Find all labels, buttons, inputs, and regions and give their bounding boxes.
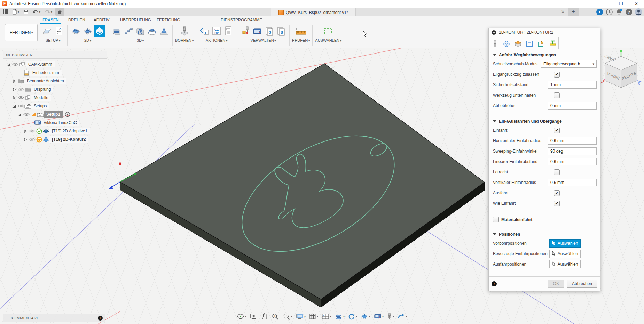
tree-item-label[interactable]: Einheiten: mm — [30, 70, 62, 76]
ribbon-tab-dienstprogramme[interactable]: DIENSTPROGRAMME — [221, 16, 262, 23]
collapse-arrow-icon[interactable] — [16, 113, 23, 116]
ok-button[interactable]: OK — [548, 280, 564, 288]
nc-program-button[interactable]: G — [53, 25, 65, 37]
display-settings-button[interactable]: ▾ — [295, 313, 307, 320]
wie-einfahrt-checkbox[interactable]: ✔ — [554, 201, 560, 206]
help-icon[interactable]: ? — [626, 9, 632, 15]
home-button[interactable] — [55, 8, 64, 16]
viewports-button[interactable]: ▾ — [321, 313, 332, 321]
notifications-icon[interactable] — [616, 9, 622, 15]
tree-row--t19-2d-adaptive1[interactable]: [T19] 2D Adaptive1 — [3, 127, 107, 135]
collapse-panel-icon[interactable]: ◀◀ — [5, 53, 10, 56]
ribbon-group-label[interactable]: PRÜFEN▾ — [292, 38, 310, 42]
post-process-button[interactable] — [199, 25, 211, 37]
expand-arrow-icon[interactable] — [10, 79, 17, 83]
section-header-anfahr-wegfahrbewegungen[interactable]: Anfahr-Wegfahrbewegungen — [489, 49, 600, 59]
tree-item-label[interactable]: CAM-Stamm — [26, 61, 55, 67]
redo-button[interactable]: ▾ — [44, 8, 53, 15]
3d-morph-button[interactable] — [146, 25, 158, 37]
section-header-ein-ausfahrten-und-übergänge[interactable]: Ein-/Ausfahrten und Übergänge — [489, 115, 600, 125]
2d-contour-button[interactable] — [94, 25, 105, 37]
eye-icon[interactable] — [12, 62, 19, 66]
ribbon-tab-drehen[interactable]: DREHEN — [68, 16, 85, 23]
expand-arrow-icon[interactable] — [22, 129, 29, 133]
ribbon-tab-überprüfung[interactable]: ÜBERPRÜFUNG — [120, 16, 151, 23]
undo-button[interactable]: ▾ — [32, 8, 41, 15]
tree-row-einheiten-mm[interactable]: Einheiten: mm — [3, 68, 107, 77]
dialog-header[interactable]: – 2D-KONTUR : 2D-KONTUR2 — [489, 28, 600, 37]
tree-row-cam-stamm[interactable]: CAM-Stamm — [3, 60, 107, 68]
file-button[interactable]: ▾ — [11, 8, 20, 15]
expand-arrow-icon[interactable] — [10, 88, 17, 91]
app-grid-button[interactable] — [1, 8, 9, 15]
zoom-button[interactable]: ± — [270, 312, 280, 321]
3d-swarf-button[interactable] — [134, 25, 146, 37]
3d-spiral-button[interactable] — [158, 25, 170, 37]
template-library-button[interactable]: S — [275, 25, 287, 37]
ribbon-tab-fräsen[interactable]: FRÄSEN — [42, 16, 59, 23]
2d-adaptive-button[interactable] — [70, 25, 82, 37]
section-header-positionen[interactable]: Positionen — [489, 228, 600, 238]
tree-item-label[interactable]: Viktoria LinuxCnC — [41, 120, 79, 126]
tree-row-setups[interactable]: Setups — [3, 102, 107, 110]
eye-off-icon[interactable] — [29, 129, 36, 133]
3d-adaptive-button[interactable] — [111, 25, 123, 37]
setup-button[interactable] — [41, 25, 53, 37]
refresh-button[interactable]: ▾ — [347, 313, 358, 321]
ribbon-group-label[interactable]: 2D▾ — [84, 38, 91, 42]
tree-row-viktoria-linuxcnc[interactable]: Viktoria LinuxCnC — [3, 119, 107, 127]
schnellvorschub-modus-dropdown[interactable]: Eilgangbewegung b...▾ — [541, 60, 597, 68]
tab-close-icon[interactable]: ✕ — [560, 9, 566, 15]
cancel-button[interactable]: Abbrechen — [567, 280, 597, 288]
post-library-button[interactable]: G — [263, 25, 275, 37]
rapid-display-button[interactable]: ▾ — [396, 313, 408, 320]
select-box-button[interactable] — [322, 25, 334, 37]
target-icon[interactable] — [64, 112, 71, 117]
tree-item-label[interactable]: [T19] 2D-Kontur2 — [49, 136, 88, 143]
drill-button[interactable] — [179, 25, 190, 37]
tree-row-benannte-ansichten[interactable]: Benannte Ansichten — [3, 77, 107, 85]
materialeinfahrt-checkbox[interactable] — [493, 217, 499, 222]
g1g2-simulate-button[interactable]: G1G2 — [211, 25, 222, 37]
avatar[interactable] — [635, 9, 642, 15]
ribbon-group-label[interactable]: VERWALTEN▾ — [251, 38, 276, 42]
tree-item-label[interactable]: [T19] 2D Adaptive1 — [49, 128, 90, 134]
steps-display-button[interactable]: ▾ — [334, 313, 346, 320]
toolpath-display-button[interactable]: ▾ — [360, 313, 371, 320]
ribbon-group-label[interactable]: SETUP▾ — [46, 38, 61, 42]
extensions-icon[interactable]: ✦ — [596, 9, 603, 15]
grid-settings-button[interactable]: ▾ — [308, 313, 319, 320]
dialog-tab-passes[interactable] — [524, 39, 535, 49]
tree-item-label[interactable]: Setups — [31, 103, 49, 109]
dialog-tab-linking[interactable] — [535, 39, 547, 49]
ribbon-group-label[interactable]: AKTIONEN▾ — [206, 38, 227, 42]
setup-sheet-button[interactable] — [222, 25, 234, 37]
collapse-arrow-icon[interactable] — [5, 63, 12, 66]
horizontaler-einfahrradius-input[interactable]: 0.6 mm — [548, 137, 597, 145]
tree-row-ursprung[interactable]: Ursprung — [3, 85, 107, 94]
vorbohrpositionen-select-button[interactable]: Auswählen — [549, 239, 581, 248]
close-button[interactable]: ✕ — [629, 0, 644, 8]
sweeping-einfahrwinkel-input[interactable]: 90 deg — [548, 147, 597, 155]
tree-item-label[interactable]: Modelle — [31, 95, 51, 101]
collapse-arrow-icon[interactable] — [10, 104, 17, 108]
dialog-minimize-icon[interactable]: – — [492, 30, 496, 35]
ribbon-group-label[interactable]: BOHREN▾ — [175, 38, 194, 42]
workspace-selector-button[interactable]: FERTIGEN ▾ — [5, 24, 38, 41]
ribbon-group-label[interactable]: 3D▾ — [137, 38, 144, 42]
lotrecht-checkbox[interactable] — [554, 169, 560, 175]
ribbon-group-label[interactable]: AUSWÄHLEN▾ — [315, 38, 341, 42]
eilgangrückzug-zulassen-checkbox[interactable]: ✔ — [554, 72, 560, 78]
job-status-icon[interactable] — [606, 9, 613, 15]
ribbon-tab-fertigung[interactable]: FERTIGUNG — [157, 16, 180, 23]
tree-item-label[interactable]: Benannte Ansichten — [24, 78, 66, 84]
view-cube[interactable]: OBEN VORNE RECHTS Z X — [600, 49, 642, 94]
machine-library-button[interactable] — [251, 25, 263, 37]
ausfahrpositionen-select-button[interactable]: Auswählen — [549, 260, 581, 268]
3d-pocket-button[interactable] — [123, 25, 134, 37]
tree-item-label[interactable]: Setup1 — [44, 111, 63, 118]
werkzeug-unten-halten-checkbox[interactable] — [554, 92, 560, 98]
new-tab-button[interactable]: + — [568, 8, 579, 16]
vertikaler-einfahrradius-input[interactable]: 0.6 mm — [548, 179, 597, 186]
measure-button[interactable] — [295, 25, 307, 37]
